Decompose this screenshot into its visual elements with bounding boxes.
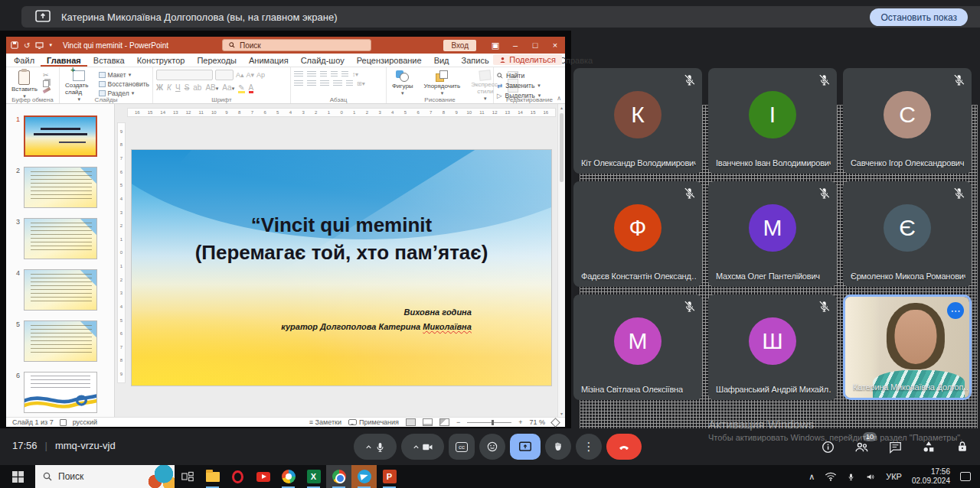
tab-запись[interactable]: Запись (456, 54, 495, 67)
clock[interactable]: 17:56 02.09.2024 (912, 467, 950, 486)
align-left-icon[interactable] (294, 80, 303, 87)
grow-font-button[interactable]: А▴ (236, 71, 244, 79)
slide-thumbnail[interactable] (24, 372, 97, 413)
participant-tile[interactable]: ЄЄрмоленко Микола Романович (843, 181, 972, 287)
slide-thumbnail[interactable] (24, 269, 97, 311)
shapes-button[interactable]: Фигуры▾ (390, 70, 416, 97)
slide-thumbnail[interactable] (24, 115, 97, 157)
hidden-icons-chevron[interactable]: ∧ (808, 472, 815, 482)
participant-tile[interactable]: ММахсма Олег Пантелійович (708, 181, 837, 287)
task-view-button[interactable] (175, 465, 200, 488)
language-indicator[interactable]: УКР (886, 472, 902, 481)
notes-button[interactable]: ≡ Заметки (309, 418, 341, 426)
quick-access-toolbar[interactable]: ↺ ▾ (11, 41, 52, 50)
justify-icon[interactable] (333, 80, 342, 87)
align-center-icon[interactable] (307, 80, 316, 87)
reset-button[interactable]: Восстановить (99, 80, 149, 88)
strikethrough-button[interactable]: S (185, 83, 190, 92)
char-spacing-button[interactable]: АВ▾ (205, 83, 218, 92)
layout-button[interactable]: Макет▾ (99, 71, 149, 79)
browser-button[interactable] (276, 465, 301, 488)
ribbon-options-icon[interactable]: ▣ (485, 41, 505, 50)
taskbar-search-input[interactable]: Поиск (35, 465, 175, 488)
slide-thumbnail[interactable] (24, 167, 97, 208)
undo-icon[interactable]: ↺ (24, 41, 30, 50)
tab-вид[interactable]: Вид (428, 54, 456, 67)
slide-subtitle[interactable]: Виховна година куратор Долгополова Катер… (281, 305, 472, 333)
slide-thumbnail[interactable] (24, 320, 97, 362)
bold-button[interactable]: Ж (156, 83, 163, 92)
file-explorer-button[interactable] (200, 465, 225, 488)
tab-анимация[interactable]: Анимация (243, 54, 295, 67)
font-color-button[interactable]: А (249, 84, 254, 93)
zoom-level[interactable]: 71 % (529, 418, 545, 426)
align-right-icon[interactable] (320, 80, 329, 87)
indent-increase-icon[interactable] (331, 71, 338, 78)
volume-icon[interactable] (865, 472, 876, 482)
slide-thumbnail[interactable] (24, 218, 97, 259)
tab-файл[interactable]: Файл (8, 54, 41, 67)
host-controls-button[interactable] (954, 438, 971, 455)
telegram-button[interactable] (351, 465, 377, 488)
stop-presenting-button[interactable]: Остановить показ (870, 8, 968, 26)
columns-icon[interactable] (346, 80, 353, 87)
maximize-icon[interactable]: □ (525, 41, 545, 50)
clear-format-button[interactable]: Ар (256, 71, 265, 79)
copy-icon[interactable] (43, 80, 49, 87)
reading-view-button[interactable] (423, 418, 433, 426)
slide-title[interactable]: “Vincit qui meminit (Перемагає той, хто … (132, 211, 551, 267)
mic-button[interactable] (354, 434, 397, 460)
excel-button[interactable]: X (301, 465, 326, 488)
normal-view-button[interactable] (406, 418, 416, 426)
tab-конструктор[interactable]: Конструктор (131, 54, 191, 67)
chrome-button[interactable] (326, 465, 351, 488)
participant-tile[interactable]: ССавченко Ігор Олександрович (843, 68, 972, 174)
line-spacing-icon[interactable] (341, 71, 348, 78)
paste-button[interactable]: Вставить▾ (9, 70, 40, 100)
tab-вставка[interactable]: Вставка (87, 54, 131, 67)
captions-button[interactable]: cc (449, 434, 475, 460)
participant-tile[interactable]: ШШафранський Андрій Михайл… (708, 294, 837, 400)
zoom-in-icon[interactable]: + (518, 418, 522, 426)
tab-переходы[interactable]: Переходы (191, 54, 243, 67)
end-call-button[interactable] (606, 434, 642, 460)
share-button[interactable]: Поделиться (493, 54, 562, 65)
present-button[interactable] (510, 434, 541, 460)
sign-in-button[interactable]: Вход (443, 40, 476, 51)
text-direction-icon[interactable]: ↕▾ (352, 71, 358, 78)
font-size-select[interactable] (215, 70, 234, 80)
close-icon[interactable]: × (545, 41, 565, 50)
smartart-icon[interactable]: ⊞▾ (357, 80, 365, 87)
accessibility-icon[interactable] (60, 419, 67, 426)
comments-button[interactable]: Примечания (348, 418, 399, 426)
zoom-slider[interactable] (467, 422, 511, 423)
underline-button[interactable]: Ч (175, 83, 181, 92)
shrink-font-button[interactable]: А▾ (247, 71, 255, 79)
collapse-ribbon-icon[interactable]: ∧ (557, 95, 561, 102)
language-indicator[interactable]: русский (73, 418, 97, 426)
raise-hand-button[interactable] (545, 434, 571, 460)
action-center-icon[interactable] (960, 472, 971, 481)
highlight-button[interactable]: ✎ (238, 84, 244, 93)
numbering-icon[interactable] (307, 71, 316, 78)
wifi-icon[interactable] (825, 472, 837, 481)
participant-tile[interactable]: ФФадєєв Константін Олександ… (573, 181, 702, 287)
tray-mic-icon[interactable] (847, 472, 855, 482)
youtube-button[interactable] (250, 465, 276, 488)
activities-button[interactable] (920, 438, 937, 455)
canvas-scrollbar[interactable]: ▴▾ (557, 104, 565, 417)
meeting-details-button[interactable] (819, 438, 836, 455)
start-button[interactable] (0, 465, 35, 488)
opera-button[interactable] (225, 465, 250, 488)
shadow-button[interactable]: ab (193, 83, 201, 92)
replace-button[interactable]: ⇄Заменить▾ (497, 82, 562, 89)
more-options-button[interactable]: ⋮ (576, 434, 602, 460)
indent-decrease-icon[interactable] (320, 71, 327, 78)
change-case-button[interactable]: Аа▾ (222, 83, 234, 92)
tab-слайд-шоу[interactable]: Слайд-шоу (295, 54, 351, 67)
powerpoint-button[interactable]: P (377, 465, 402, 488)
tile-options-button[interactable]: ⋯ (947, 302, 964, 319)
bullets-icon[interactable] (294, 71, 303, 78)
slideshow-view-button[interactable] (439, 418, 449, 426)
arrange-button[interactable]: Упорядочить▾ (422, 70, 463, 97)
